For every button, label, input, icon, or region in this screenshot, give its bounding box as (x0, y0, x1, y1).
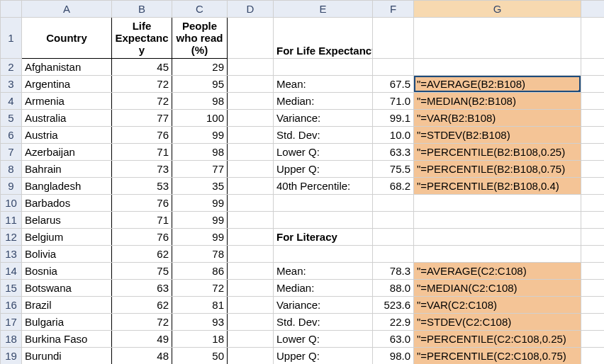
cell-B7[interactable]: 71 (112, 144, 172, 161)
cell-C1[interactable]: People who read (%) (172, 18, 228, 59)
cell-C11[interactable]: 99 (172, 212, 228, 229)
cell-D14[interactable] (228, 263, 274, 280)
cell-F4[interactable]: 71.0 (373, 93, 414, 110)
cell-D3[interactable] (228, 76, 274, 93)
cell-D11[interactable] (228, 212, 274, 229)
cell-H3[interactable] (581, 76, 605, 93)
cell-C17[interactable]: 93 (172, 314, 228, 331)
cell-A12[interactable]: Belgium (22, 229, 112, 246)
row-header-13[interactable]: 13 (1, 246, 22, 263)
cell-E1[interactable]: For Life Expectancy (274, 18, 373, 59)
cell-G12[interactable] (414, 229, 581, 246)
cell-H14[interactable] (581, 263, 605, 280)
cell-G14[interactable]: "=AVERAGE(C2:C108) (414, 263, 581, 280)
cell-B4[interactable]: 72 (112, 93, 172, 110)
col-header-G[interactable]: G (414, 1, 581, 18)
col-header-blank[interactable] (581, 1, 605, 18)
cell-E7[interactable]: Lower Q: (274, 144, 373, 161)
cell-H8[interactable] (581, 161, 605, 178)
cell-D2[interactable] (228, 59, 274, 76)
cell-G6[interactable]: "=STDEV(B2:B108) (414, 127, 581, 144)
cell-C14[interactable]: 86 (172, 263, 228, 280)
cell-C18[interactable]: 18 (172, 331, 228, 348)
cell-G5[interactable]: "=VAR(B2:B108) (414, 110, 581, 127)
cell-E9[interactable]: 40th Percentile: (274, 178, 373, 195)
cell-A2[interactable]: Afghanistan (22, 59, 112, 76)
cell-F8[interactable]: 75.5 (373, 161, 414, 178)
cell-F5[interactable]: 99.1 (373, 110, 414, 127)
cell-B12[interactable]: 76 (112, 229, 172, 246)
cell-G8[interactable]: "=PERCENTILE(B2:B108,0.75) (414, 161, 581, 178)
cell-A14[interactable]: Bosnia (22, 263, 112, 280)
cell-D18[interactable] (228, 331, 274, 348)
row-header-12[interactable]: 12 (1, 229, 22, 246)
cell-D8[interactable] (228, 161, 274, 178)
cell-G1[interactable] (414, 18, 581, 59)
row-header-15[interactable]: 15 (1, 280, 22, 297)
cell-E12[interactable]: For Literacy (274, 229, 373, 246)
cell-H4[interactable] (581, 93, 605, 110)
cell-F2[interactable] (373, 59, 414, 76)
cell-A5[interactable]: Australia (22, 110, 112, 127)
cell-E19[interactable]: Upper Q: (274, 348, 373, 365)
cell-F12[interactable] (373, 229, 414, 246)
cell-D10[interactable] (228, 195, 274, 212)
cell-D9[interactable] (228, 178, 274, 195)
cell-D5[interactable] (228, 110, 274, 127)
cell-B13[interactable]: 62 (112, 246, 172, 263)
cell-E16[interactable]: Variance: (274, 297, 373, 314)
cell-B1[interactable]: Life Expectanc y (112, 18, 172, 59)
cell-B5[interactable]: 77 (112, 110, 172, 127)
cell-A10[interactable]: Barbados (22, 195, 112, 212)
cell-B10[interactable]: 76 (112, 195, 172, 212)
cell-C3[interactable]: 95 (172, 76, 228, 93)
cell-D1[interactable] (228, 18, 274, 59)
cell-B2[interactable]: 45 (112, 59, 172, 76)
cell-D6[interactable] (228, 127, 274, 144)
cell-H10[interactable] (581, 195, 605, 212)
cell-C12[interactable]: 99 (172, 229, 228, 246)
cell-H2[interactable] (581, 59, 605, 76)
row-header-17[interactable]: 17 (1, 314, 22, 331)
cell-C8[interactable]: 77 (172, 161, 228, 178)
cell-F7[interactable]: 63.3 (373, 144, 414, 161)
col-header-E[interactable]: E (274, 1, 373, 18)
row-header-4[interactable]: 4 (1, 93, 22, 110)
cell-H15[interactable] (581, 280, 605, 297)
cell-E8[interactable]: Upper Q: (274, 161, 373, 178)
spreadsheet-grid[interactable]: A B C D E F G 1CountryLife Expectanc yPe… (0, 0, 604, 364)
cell-F1[interactable] (373, 18, 414, 59)
cell-A4[interactable]: Armenia (22, 93, 112, 110)
cell-F13[interactable] (373, 246, 414, 263)
cell-C6[interactable]: 99 (172, 127, 228, 144)
cell-B3[interactable]: 72 (112, 76, 172, 93)
cell-C15[interactable]: 72 (172, 280, 228, 297)
col-header-A[interactable]: A (22, 1, 112, 18)
row-header-5[interactable]: 5 (1, 110, 22, 127)
cell-F16[interactable]: 523.6 (373, 297, 414, 314)
cell-C19[interactable]: 50 (172, 348, 228, 365)
cell-H6[interactable] (581, 127, 605, 144)
cell-F17[interactable]: 22.9 (373, 314, 414, 331)
cell-E2[interactable] (274, 59, 373, 76)
cell-H18[interactable] (581, 331, 605, 348)
cell-F9[interactable]: 68.2 (373, 178, 414, 195)
cell-F11[interactable] (373, 212, 414, 229)
cell-E15[interactable]: Median: (274, 280, 373, 297)
cell-B11[interactable]: 71 (112, 212, 172, 229)
cell-G10[interactable] (414, 195, 581, 212)
cell-F6[interactable]: 10.0 (373, 127, 414, 144)
cell-A1[interactable]: Country (22, 18, 112, 59)
cell-B15[interactable]: 63 (112, 280, 172, 297)
cell-G18[interactable]: "=PERCENTILE(C2:C108,0.25) (414, 331, 581, 348)
cell-H11[interactable] (581, 212, 605, 229)
cell-H1[interactable] (581, 18, 605, 59)
cell-D12[interactable] (228, 229, 274, 246)
cell-B6[interactable]: 76 (112, 127, 172, 144)
cell-A8[interactable]: Bahrain (22, 161, 112, 178)
cell-A15[interactable]: Botswana (22, 280, 112, 297)
row-header-3[interactable]: 3 (1, 76, 22, 93)
cell-G13[interactable] (414, 246, 581, 263)
row-header-10[interactable]: 10 (1, 195, 22, 212)
cell-D13[interactable] (228, 246, 274, 263)
